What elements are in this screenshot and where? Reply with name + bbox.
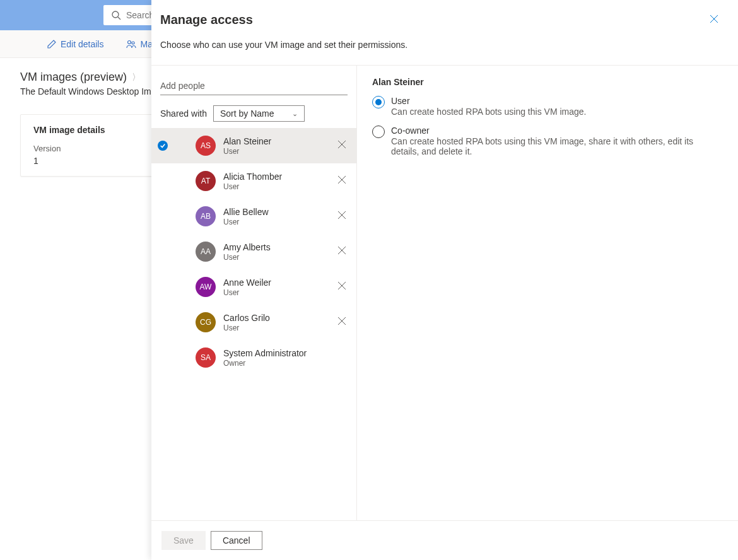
person-role: User <box>223 253 327 262</box>
person-name: System Administrator <box>223 348 349 358</box>
panel-body: Add people Shared with Sort by Name ⌄ AS… <box>151 65 738 520</box>
version-label: Version <box>33 144 146 153</box>
person-name: Alicia Thomber <box>223 172 327 182</box>
edit-details-button[interactable]: Edit details <box>42 39 108 49</box>
permission-column: Alan Steiner UserCan create hosted RPA b… <box>357 66 738 520</box>
selected-check <box>156 141 169 151</box>
card-title: VM image details <box>33 125 146 135</box>
close-button[interactable] <box>708 13 720 28</box>
avatar: AW <box>196 277 216 297</box>
panel-description: Choose who can use your VM image and set… <box>151 40 738 65</box>
shared-with-label: Shared with <box>160 108 207 119</box>
person-role: User <box>223 324 327 332</box>
selected-person-name: Alan Steiner <box>372 77 723 87</box>
remove-person-button[interactable] <box>335 243 349 260</box>
person-name: Carlos Grilo <box>223 313 327 323</box>
radio-button[interactable] <box>372 125 385 138</box>
person-name: Alan Steiner <box>223 136 327 146</box>
svg-line-1 <box>118 17 120 20</box>
avatar: AT <box>196 171 216 191</box>
people-icon <box>126 39 136 49</box>
radio-button[interactable] <box>372 96 385 108</box>
person-row[interactable]: AAAmy AlbertsUser <box>151 234 356 269</box>
breadcrumb-parent[interactable]: VM images (preview) <box>20 71 127 84</box>
person-role: User <box>223 147 327 156</box>
svg-point-0 <box>112 11 119 18</box>
permission-option[interactable]: Co-ownerCan create hosted RPA bots using… <box>372 125 723 156</box>
save-button: Save <box>161 531 206 550</box>
person-role: User <box>223 182 327 191</box>
person-name: Allie Bellew <box>223 207 327 217</box>
svg-point-2 <box>128 40 131 44</box>
avatar: AA <box>196 242 216 262</box>
remove-person-button[interactable] <box>335 208 349 225</box>
edit-details-label: Edit details <box>61 39 103 49</box>
person-role: User <box>223 288 327 297</box>
person-row[interactable]: SASystem AdministratorOwner <box>151 340 356 375</box>
remove-person-button[interactable] <box>335 279 349 295</box>
shared-with-row: Shared with Sort by Name ⌄ <box>160 105 348 122</box>
permission-option[interactable]: UserCan create hosted RPA bots using thi… <box>372 96 723 117</box>
option-title: User <box>391 96 586 106</box>
chevron-down-icon: ⌄ <box>292 110 298 118</box>
person-row[interactable]: ATAlicia ThomberUser <box>151 163 356 199</box>
person-row[interactable]: AWAnne WeilerUser <box>151 269 356 305</box>
close-icon <box>709 14 719 24</box>
option-description: Can create hosted RPA bots using this VM… <box>391 107 586 117</box>
remove-person-button[interactable] <box>335 314 349 330</box>
people-list: ASAlan SteinerUserATAlicia ThomberUserAB… <box>151 128 356 520</box>
person-role: User <box>223 218 327 226</box>
person-row[interactable]: ABAllie BellewUser <box>151 199 356 234</box>
remove-person-button[interactable] <box>335 173 349 189</box>
panel-footer: Save Cancel <box>151 520 738 560</box>
manage-access-panel: Manage access Choose who can use your VM… <box>151 0 738 560</box>
svg-point-3 <box>132 42 134 44</box>
avatar: AS <box>196 136 216 156</box>
sort-dropdown[interactable]: Sort by Name ⌄ <box>213 105 305 122</box>
person-name: Amy Alberts <box>223 242 327 252</box>
option-title: Co-owner <box>391 125 723 136</box>
sort-value: Sort by Name <box>220 108 274 119</box>
avatar: CG <box>196 312 216 332</box>
search-icon <box>111 10 121 20</box>
remove-person-button[interactable] <box>335 137 349 154</box>
vm-image-details-card: VM image details Version 1 <box>20 114 159 177</box>
avatar: AB <box>196 206 216 226</box>
cancel-button[interactable]: Cancel <box>211 531 262 550</box>
version-value: 1 <box>33 156 146 166</box>
panel-title: Manage access <box>160 13 253 27</box>
chevron-right-icon: 〉 <box>132 72 141 83</box>
add-people-input[interactable]: Add people <box>160 77 348 95</box>
option-description: Can create hosted RPA bots using this VM… <box>391 136 723 156</box>
person-row[interactable]: CGCarlos GriloUser <box>151 305 356 340</box>
person-name: Anne Weiler <box>223 277 327 288</box>
person-role: Owner <box>223 359 349 368</box>
person-row[interactable]: ASAlan SteinerUser <box>151 128 356 163</box>
people-column: Add people Shared with Sort by Name ⌄ AS… <box>151 66 357 520</box>
panel-header: Manage access <box>151 0 738 40</box>
avatar: SA <box>196 347 216 368</box>
edit-icon <box>47 39 57 49</box>
check-icon <box>158 141 168 151</box>
